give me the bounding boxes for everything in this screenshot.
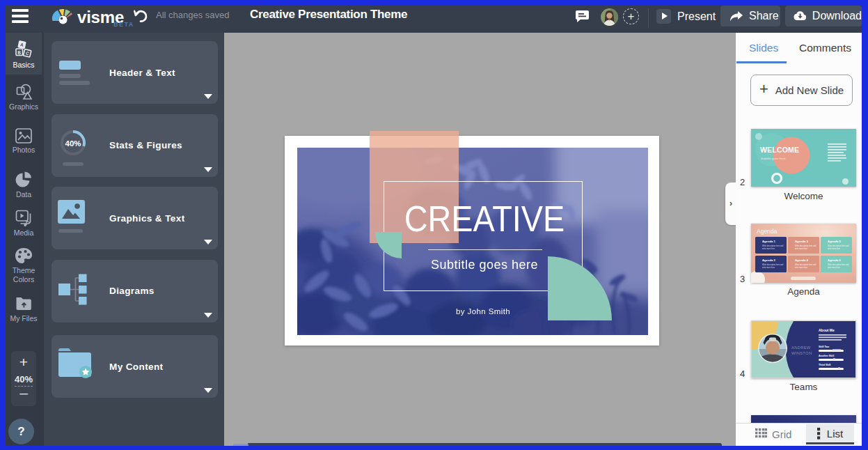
svg-text:write more here: write more here [828,266,841,269]
svg-text:Agenda 6: Agenda 6 [828,258,842,262]
svg-text:Agenda 5: Agenda 5 [828,240,842,243]
svg-text:WINSTON: WINSTON [791,351,812,355]
svg-text:Agenda: Agenda [757,228,778,235]
svg-text:Agenda 2: Agenda 2 [762,258,776,262]
svg-text:B: B [17,50,21,55]
svg-text:write more here: write more here [762,247,775,250]
svg-text:C: C [25,50,30,56]
svg-text:Write description here and: Write description here and [828,245,849,247]
svg-text:WELCOME: WELCOME [760,146,799,154]
svg-text:write more here: write more here [795,247,808,250]
svg-text:Skill Two: Skill Two [819,346,830,348]
svg-text:write more here: write more here [762,266,775,269]
svg-text:Another Skill: Another Skill [819,355,834,357]
svg-text:ANDREW: ANDREW [791,346,811,350]
svg-text:Write description here and: Write description here and [828,263,849,266]
svg-text:About Me: About Me [819,328,835,332]
svg-text:Write description here and: Write description here and [795,263,816,266]
svg-text:Agenda 1: Agenda 1 [762,240,776,243]
svg-text:Write description here and: Write description here and [762,245,784,247]
svg-text:Subtitle goes here: Subtitle goes here [761,157,786,160]
svg-text:write more here: write more here [828,247,841,250]
svg-text:Write description here and: Write description here and [795,245,816,247]
svg-text:Write description here and: Write description here and [762,263,784,266]
svg-text:40%: 40% [65,139,81,148]
svg-text:write more here: write more here [795,266,808,269]
svg-text:Agenda 4: Agenda 4 [795,258,809,262]
svg-text:Third Skill: Third Skill [819,364,830,366]
svg-text:Agenda 3: Agenda 3 [795,240,809,243]
